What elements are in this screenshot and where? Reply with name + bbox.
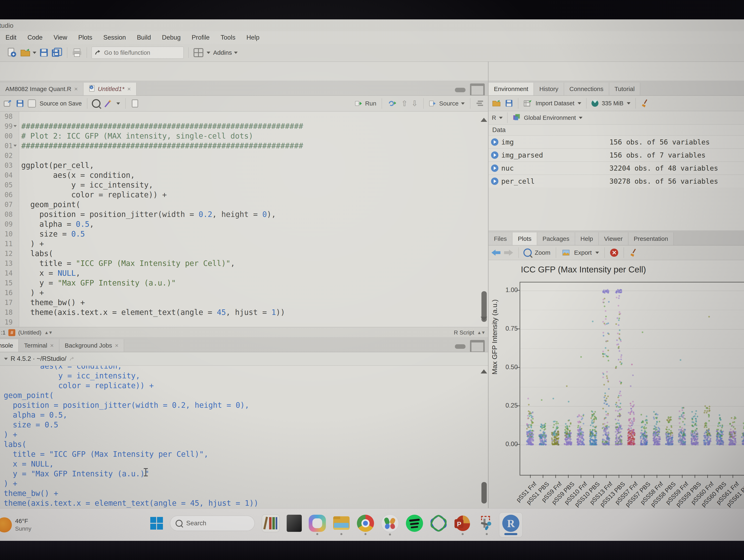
menu-item-profile[interactable]: Profile [186, 34, 215, 41]
global-env-selector[interactable]: Global Environment [524, 115, 576, 121]
console-output[interactable]: aes(x = condition, y = icc_intensity, co… [0, 366, 488, 509]
close-tab-icon[interactable]: × [74, 85, 78, 92]
prev-chunk-icon[interactable]: ⇧ [401, 99, 408, 108]
filetype-label[interactable]: R Script [454, 329, 474, 336]
taskbar-powerpoint[interactable]: P [454, 515, 471, 535]
taskbar-app-library[interactable] [262, 514, 280, 535]
open-file-button[interactable] [20, 47, 36, 58]
next-chunk-icon[interactable]: ⇩ [411, 99, 418, 108]
environment-object-row[interactable]: img_parsed156 obs. of 7 variables [489, 148, 744, 161]
code-editor[interactable]: 9899####################################… [0, 112, 488, 327]
tab-tutorial[interactable]: Tutorial [609, 83, 640, 95]
console-scroll-thumb[interactable] [481, 482, 487, 504]
import-dataset-button[interactable]: Import Dataset [535, 100, 574, 107]
menu-item-code[interactable]: Code [22, 34, 48, 41]
console-minimize-icon[interactable] [455, 344, 466, 349]
tab-environment[interactable]: Environment [489, 83, 534, 95]
magic-wand-icon[interactable] [103, 99, 113, 108]
tab-connections[interactable]: Connections [564, 83, 609, 95]
console-maximize-icon[interactable] [470, 340, 485, 352]
compile-report-icon[interactable] [131, 99, 139, 108]
memory-usage-label[interactable]: 335 MiB [602, 100, 623, 107]
previous-plot-icon[interactable] [491, 250, 500, 256]
panes-layout-icon[interactable] [193, 48, 204, 57]
expand-object-icon[interactable] [491, 151, 498, 159]
remove-plot-icon[interactable]: ✕ [610, 248, 618, 257]
taskbar-rstudio[interactable]: R [502, 515, 519, 535]
next-plot-icon[interactable] [504, 250, 513, 256]
console-tab-terminal[interactable]: Terminal× [19, 339, 60, 352]
popout-icon[interactable] [3, 99, 12, 108]
clear-plots-broom-icon[interactable] [629, 248, 638, 257]
start-button[interactable] [150, 517, 163, 533]
tab-history[interactable]: History [534, 83, 564, 95]
editor-scrollbar[interactable] [481, 112, 487, 327]
zoom-plot-icon[interactable] [523, 248, 532, 257]
taskbar-fiji[interactable] [478, 515, 495, 535]
menu-item-plots[interactable]: Plots [73, 34, 98, 41]
minimize-pane-icon[interactable] [455, 88, 466, 92]
taskbar-atom-app[interactable] [430, 515, 447, 535]
zoom-button[interactable]: Zoom [535, 249, 551, 256]
close-tab-icon[interactable]: × [50, 342, 54, 349]
taskbar-dark-app[interactable] [287, 515, 302, 535]
fold-marker-icon[interactable] [13, 125, 17, 127]
save-icon[interactable] [39, 48, 48, 57]
taskbar-colorful-app[interactable] [381, 514, 399, 535]
tab-viewer[interactable]: Viewer [599, 233, 628, 245]
close-tab-icon[interactable]: × [115, 342, 119, 349]
clear-environment-broom-icon[interactable] [641, 99, 649, 108]
editor-tab[interactable]: RUntitled1*× [83, 83, 137, 95]
taskbar-search[interactable]: Search [170, 516, 255, 534]
environment-object-row[interactable]: nuc32204 obs. of 48 variables [489, 161, 744, 174]
addins-button[interactable]: Addins [213, 49, 238, 56]
environment-object-row[interactable]: per_cell30278 obs. of 56 variables [489, 174, 744, 188]
tab-packages[interactable]: Packages [537, 233, 575, 245]
console-scroll-up-icon[interactable] [481, 369, 487, 373]
rerun-icon[interactable] [387, 100, 398, 107]
maximize-pane-icon[interactable] [470, 83, 485, 96]
environment-object-row[interactable]: img156 obs. of 56 variables [489, 135, 744, 148]
source-button[interactable]: Source [429, 100, 465, 107]
menu-item-build[interactable]: Build [131, 34, 156, 41]
console-tab-background-jobs[interactable]: Background Jobs× [60, 339, 124, 352]
tab-presentation[interactable]: Presentation [628, 233, 674, 245]
expand-object-icon[interactable] [491, 138, 498, 146]
env-open-icon[interactable] [492, 99, 501, 108]
menu-item-tools[interactable]: Tools [215, 34, 241, 41]
run-button[interactable]: Run [355, 100, 376, 107]
menu-item-help[interactable]: Help [241, 34, 265, 41]
print-icon[interactable] [72, 48, 82, 57]
new-file-icon[interactable] [6, 47, 17, 58]
save-doc-icon[interactable] [16, 99, 24, 108]
language-selector[interactable]: R [492, 115, 496, 121]
console-tab-console[interactable]: Console [0, 339, 19, 352]
taskbar-file-explorer[interactable] [333, 515, 350, 535]
save-all-icon[interactable] [51, 48, 63, 57]
editor-tab[interactable]: AM8082 Image Quant.R× [0, 83, 83, 95]
export-button[interactable]: Export [574, 249, 592, 256]
expand-object-icon[interactable] [491, 164, 498, 172]
document-outline-icon[interactable] [476, 99, 485, 108]
menu-item-debug[interactable]: Debug [156, 34, 186, 41]
taskbar-chrome[interactable] [357, 515, 374, 535]
scroll-down-icon[interactable] [481, 317, 487, 321]
menu-item-view[interactable]: View [48, 34, 73, 41]
tab-plots[interactable]: Plots [513, 233, 537, 245]
expand-object-icon[interactable] [491, 177, 498, 185]
env-save-icon[interactable] [505, 99, 513, 107]
menu-item-edit[interactable]: Edit [0, 34, 22, 41]
doc-label[interactable]: (Untitled) [18, 329, 41, 336]
close-tab-icon[interactable]: × [127, 85, 131, 92]
find-icon[interactable] [92, 99, 101, 108]
taskbar-copilot[interactable] [309, 515, 326, 535]
console-collapse-icon[interactable] [4, 358, 8, 360]
console-goto-icon[interactable] [69, 356, 76, 362]
fold-marker-icon[interactable] [13, 145, 17, 147]
scroll-up-icon[interactable] [481, 118, 487, 122]
taskbar-spotify[interactable] [406, 515, 423, 535]
menu-item-session[interactable]: Session [98, 34, 131, 41]
goto-file-function-box[interactable]: Go to file/function [91, 46, 184, 59]
weather-widget[interactable]: 46°F Sunny [1, 517, 87, 533]
tab-files[interactable]: Files [489, 233, 513, 245]
